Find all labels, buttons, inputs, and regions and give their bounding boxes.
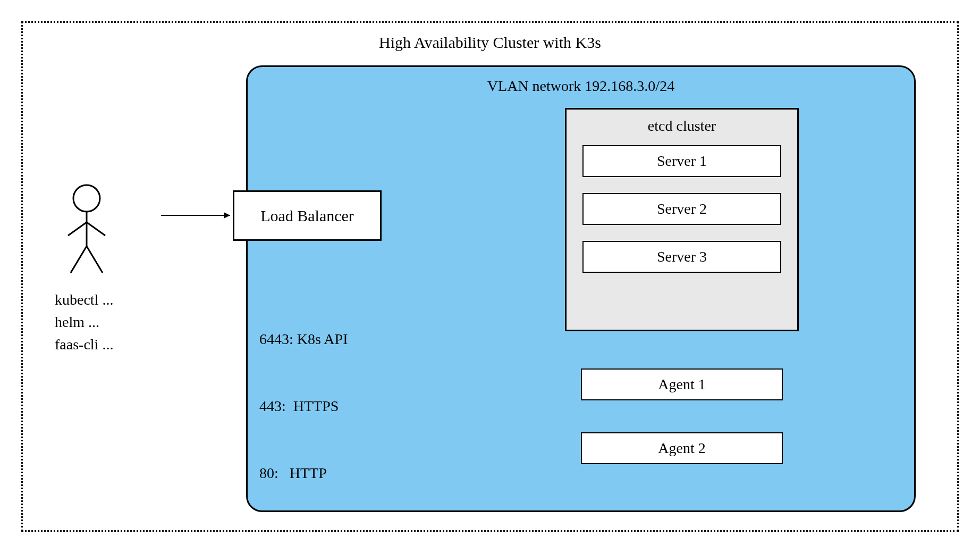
diagram-title: High Availability Cluster with K3s — [33, 33, 947, 52]
user-section — [55, 182, 119, 280]
etcd-cluster-title: etcd cluster — [582, 118, 781, 135]
agent-1-box: Agent 1 — [581, 368, 783, 400]
svg-line-3 — [87, 222, 105, 236]
vlan-title: VLAN network 192.168.3.0/24 — [248, 78, 914, 95]
svg-line-2 — [68, 222, 87, 236]
load-balancer-box: Load Balancer — [233, 190, 382, 241]
etcd-cluster-box: etcd cluster Server 1 Server 2 Server 3 — [565, 108, 799, 331]
user-commands: kubectl ... helm ... faas-cli ... — [55, 289, 113, 356]
command-faas-cli: faas-cli ... — [55, 333, 113, 356]
command-kubectl: kubectl ... — [55, 289, 113, 311]
agent-2-box: Agent 2 — [581, 432, 783, 464]
user-icon — [55, 182, 119, 278]
svg-line-5 — [87, 246, 103, 273]
port-http: 80: HTTP — [259, 462, 348, 484]
load-balancer-label: Load Balancer — [260, 207, 354, 225]
port-https: 443: HTTPS — [259, 395, 348, 417]
svg-point-0 — [73, 185, 100, 212]
ports-list: 6443: K8s API 443: HTTPS 80: HTTP — [259, 283, 348, 529]
svg-marker-7 — [224, 212, 230, 219]
server-2-box: Server 2 — [582, 193, 781, 225]
port-k8s-api: 6443: K8s API — [259, 328, 348, 350]
command-helm: helm ... — [55, 311, 113, 333]
server-1-box: Server 1 — [582, 145, 781, 177]
outer-container: High Availability Cluster with K3s kubec… — [21, 21, 959, 532]
server-3-box: Server 3 — [582, 241, 781, 273]
svg-line-4 — [71, 246, 87, 273]
